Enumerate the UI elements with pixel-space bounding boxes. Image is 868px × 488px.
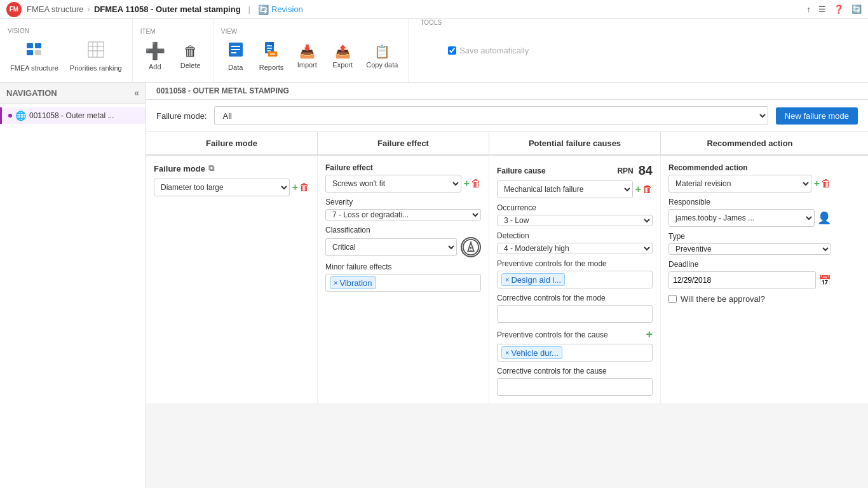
failure-effect-select[interactable]: Screws won't fit: [325, 175, 461, 193]
cell-failure-causes: Failure cause RPN 84 Mechanical latch fa…: [489, 156, 661, 403]
fmea-row: Failure mode ⧉ Diameter too large + 🗑 Fa…: [146, 156, 868, 404]
col-header-failure-causes: Potential failure causes: [489, 132, 661, 154]
add-effect-btn[interactable]: +: [464, 178, 470, 189]
corr-mode-input[interactable]: [497, 305, 653, 323]
fmea-col-headers: Failure mode Failure effect Potential fa…: [146, 132, 868, 156]
minor-effects-input[interactable]: × Vibration: [325, 274, 481, 292]
filter-label: Failure mode:: [156, 111, 207, 121]
toolbar-group-view: View Data: [214, 19, 409, 82]
severity-label: Severity: [325, 198, 481, 207]
del-cause-btn[interactable]: 🗑: [642, 184, 653, 195]
doc-title: DFMEA 11058 - Outer metal stamping: [94, 4, 241, 14]
fmea-structure-icon: [25, 41, 43, 62]
occurrence-select[interactable]: 3 - Low: [497, 215, 653, 226]
prev-cause-input[interactable]: × Vehicle dur...: [497, 344, 653, 362]
collapse-sidebar-btn[interactable]: «: [134, 88, 139, 98]
add-action-btn[interactable]: +: [814, 178, 820, 189]
dot-indicator: [8, 114, 12, 118]
list-icon[interactable]: ☰: [818, 4, 826, 14]
type-label: Type: [668, 232, 831, 241]
prev-cause-label: Preventive controls for the cause: [497, 330, 608, 339]
rpn-label: RPN: [617, 166, 633, 175]
save-auto-check[interactable]: Save automatically: [448, 46, 529, 55]
priorities-ranking-btn[interactable]: Priorities ranking: [66, 38, 126, 74]
remove-vibration-tag[interactable]: ×: [334, 279, 337, 287]
tag-design-aid: × Design aid i...: [501, 273, 565, 286]
import-btn[interactable]: 📥 Import: [291, 41, 323, 71]
del-effect-btn[interactable]: 🗑: [471, 178, 481, 189]
priorities-icon: [87, 41, 105, 62]
responsible-select[interactable]: james.tooby - James ...: [668, 209, 815, 227]
globe-icon: 🌐: [15, 111, 26, 121]
fmea-structure-btn[interactable]: FMEA structure: [6, 38, 62, 74]
reports-icon: [263, 41, 280, 62]
priorities-label: Priorities ranking: [70, 64, 122, 72]
warning-symbol: [461, 237, 481, 257]
approval-checkbox[interactable]: [668, 295, 677, 303]
person-icon[interactable]: 👤: [817, 211, 831, 225]
failure-cause-select[interactable]: Mechanical latch failure: [497, 180, 633, 198]
sidebar-tree: 🌐 0011058 - Outer metal ...: [0, 104, 146, 128]
minor-effects-label: Minor failure effects: [325, 262, 481, 271]
revision-link[interactable]: 🔄 Revision: [258, 4, 303, 15]
remove-vehicle-tag[interactable]: ×: [505, 349, 509, 356]
sync-icon[interactable]: 🔄: [851, 4, 862, 14]
delete-label: Delete: [180, 62, 201, 69]
failure-mode-select[interactable]: Diameter too large: [154, 179, 290, 196]
import-icon: 📥: [299, 44, 315, 59]
col-header-failure-effect: Failure effect: [318, 132, 489, 154]
type-select[interactable]: Preventive: [668, 243, 831, 255]
section-header: 0011058 - OUTER METAL STAMPING: [146, 83, 868, 100]
data-btn[interactable]: Data: [220, 39, 252, 74]
save-auto-checkbox[interactable]: [448, 46, 456, 55]
reports-btn[interactable]: Reports: [255, 39, 288, 74]
col-header-recommended-action: Recommended action: [661, 132, 839, 154]
import-label: Import: [297, 61, 317, 69]
add-prev-cause-btn[interactable]: +: [646, 328, 653, 341]
cell-failure-effect: Failure effect Screws won't fit + 🗑 Seve…: [318, 156, 489, 403]
view-label: View: [220, 28, 238, 35]
sidebar-item-0011058[interactable]: 🌐 0011058 - Outer metal ...: [0, 107, 146, 124]
sidebar: Navigation « 🌐 0011058 - Outer metal ...: [0, 83, 146, 488]
minor-tag-vibration: × Vibration: [330, 276, 376, 289]
recommended-action-select[interactable]: Material revision: [668, 175, 811, 193]
failure-cause-title: Failure cause: [497, 166, 546, 175]
severity-select[interactable]: 7 - Loss or degradati...: [325, 209, 481, 220]
help-icon[interactable]: ❓: [834, 4, 844, 14]
main-layout: Navigation « 🌐 0011058 - Outer metal ...…: [0, 83, 868, 488]
svg-rect-3: [35, 50, 41, 55]
export-icon: 📤: [335, 44, 351, 59]
content-area: 0011058 - OUTER METAL STAMPING Failure m…: [146, 83, 868, 488]
remove-design-aid-tag[interactable]: ×: [505, 276, 509, 283]
approval-label: Will there be approval?: [681, 294, 765, 304]
app-name-link[interactable]: FMEA structure: [27, 4, 84, 14]
prev-mode-input[interactable]: × Design aid i...: [497, 271, 653, 288]
del-failure-mode-btn[interactable]: 🗑: [299, 182, 309, 193]
classification-select[interactable]: Critical: [325, 238, 457, 256]
add-btn[interactable]: ➕ Add: [139, 39, 171, 73]
del-action-btn[interactable]: 🗑: [821, 178, 831, 189]
breadcrumb: FMEA structure › DFMEA 11058 - Outer met…: [27, 4, 303, 15]
corr-cause-input[interactable]: [497, 378, 653, 396]
rpn-value: 84: [639, 163, 653, 178]
toolbar-group-vision: Vision FMEA structure: [0, 19, 133, 82]
detection-select[interactable]: 4 - Moderately high: [497, 243, 653, 254]
prev-mode-label: Preventive controls for the mode: [497, 259, 653, 268]
export-btn[interactable]: 📤 Export: [327, 41, 358, 71]
svg-rect-2: [35, 43, 41, 48]
toolbar: Vision FMEA structure: [0, 19, 868, 83]
detection-label: Detection: [497, 231, 653, 240]
toolbar-group-item: Item ➕ Add 🗑 Delete: [133, 19, 214, 82]
topbar-actions: ↑ ☰ ❓ 🔄: [807, 4, 862, 14]
new-failure-mode-btn[interactable]: New failure mode: [776, 107, 858, 125]
reports-label: Reports: [259, 64, 284, 71]
failure-mode-filter[interactable]: All: [214, 106, 768, 125]
deadline-input[interactable]: [668, 271, 816, 289]
pin-icon[interactable]: ↑: [807, 4, 811, 14]
add-failure-mode-btn[interactable]: +: [292, 182, 298, 193]
delete-btn[interactable]: 🗑 Delete: [175, 41, 207, 72]
calendar-icon[interactable]: 📅: [818, 274, 831, 287]
copy-data-btn[interactable]: 📋 Copy data: [362, 41, 402, 71]
copy-mode-icon[interactable]: ⧉: [208, 163, 214, 173]
add-cause-btn[interactable]: +: [635, 184, 641, 195]
